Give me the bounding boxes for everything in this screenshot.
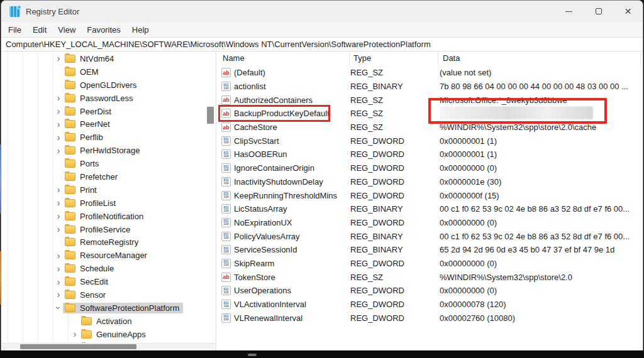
registry-value-row-vlactivationinterval[interactable]: 011 110VLActivationIntervalREG_DWORD0x00… — [216, 298, 643, 312]
tree-item-print[interactable]: ›Print — [1, 183, 207, 197]
tree-horizontal-scrollbar[interactable] — [1, 343, 216, 350]
chevron-right-icon[interactable]: › — [54, 278, 63, 286]
tree-item-content[interactable]: PasswordLess — [63, 93, 137, 104]
tree-item-peernet[interactable]: ›PeerNet — [1, 117, 207, 131]
registry-value-row-skiprearm[interactable]: 011 110SkipRearmREG_DWORD0x00000000 (0) — [216, 257, 643, 271]
tree-item-perhwidstorage[interactable]: ›PerHwIdStorage — [1, 144, 207, 157]
folder-icon — [65, 304, 75, 312]
tree-item-content[interactable]: OEM — [63, 67, 103, 77]
tree-item-content[interactable]: SoftwareProtectionPlatform — [63, 303, 183, 313]
tree-item-content[interactable]: PerHwIdStorage — [63, 145, 143, 156]
tree-item-content[interactable]: Activation — [79, 316, 135, 327]
chevron-right-icon[interactable]: › — [54, 198, 63, 207]
chevron-right-icon[interactable]: › — [54, 146, 63, 155]
tree-item-ntvdm64[interactable]: ›NtVdm64 — [1, 52, 207, 65]
tree-item-profilenotification[interactable]: ›ProfileNotification — [1, 210, 207, 223]
registry-value-row-noexpirationux[interactable]: 011 110NoExpirationUXREG_DWORD0x00000000… — [216, 216, 643, 230]
close-button[interactable]: ✕ — [613, 1, 643, 22]
chevron-right-icon[interactable]: › — [54, 107, 63, 116]
tree-item-content[interactable]: PeerDist — [63, 106, 115, 117]
chevron-right-icon[interactable]: › — [70, 330, 79, 339]
registry-value-row-clipsvcstart[interactable]: 011 110ClipSvcStartREG_DWORD0x00000001 (… — [216, 134, 643, 148]
registry-value-row-useroperations[interactable]: 011 110UserOperationsREG_DWORD0x00000000… — [216, 284, 643, 298]
registry-value-row-authorizedcontainers[interactable]: abAuthorizedContainersREG_SZMicrosoft.Of… — [216, 93, 643, 107]
registry-value-row-cachestore[interactable]: abCacheStoreREG_SZ%WINDIR%\System32\spp\… — [216, 121, 643, 134]
tree-item-content[interactable]: RemoteRegistry — [63, 237, 142, 247]
registry-value-row-servicesessionid[interactable]: 011 110ServiceSessionIdREG_BINARY65 2d 9… — [216, 243, 643, 257]
tree-item-schedule[interactable]: ›Schedule — [1, 262, 207, 275]
column-header-data[interactable]: Data — [443, 53, 460, 63]
chevron-down-icon[interactable]: › — [54, 303, 63, 312]
registry-value-row-vlrenewalinterval[interactable]: 011 110VLRenewalIntervalREG_DWORD0x00002… — [216, 311, 643, 325]
registry-value-row-ignorecontainerorigin[interactable]: 011 110IgnoreContainerOriginREG_DWORD0x0… — [216, 161, 643, 175]
chevron-right-icon[interactable]: › — [54, 54, 63, 63]
tree-item-softwareprotectionplatform[interactable]: ›SoftwareProtectionPlatform — [1, 301, 207, 315]
value-type: REG_SZ — [350, 109, 440, 118]
menu-view[interactable]: View — [52, 25, 81, 35]
tree-vertical-scrollbar-thumb[interactable] — [207, 107, 214, 124]
column-separator[interactable] — [349, 53, 350, 65]
registry-value-row--default-[interactable]: ab(Default)REG_SZ(value not set) — [216, 66, 643, 80]
tree-item-oem[interactable]: OEM — [1, 65, 207, 79]
tree-horizontal-scrollbar-thumb[interactable] — [20, 344, 136, 349]
chevron-right-icon[interactable]: › — [54, 251, 63, 260]
column-header-name[interactable]: Name — [223, 53, 245, 63]
chevron-right-icon[interactable]: › — [54, 133, 63, 142]
menu-edit[interactable]: Edit — [27, 25, 52, 35]
column-separator[interactable] — [640, 53, 641, 65]
tree-item-remoteregistry[interactable]: RemoteRegistry — [1, 236, 207, 249]
tree-item-secedit[interactable]: ›SecEdit — [1, 275, 207, 288]
tree-item-content[interactable]: NtVdm64 — [63, 53, 118, 64]
menu-file[interactable]: File — [1, 25, 27, 35]
tree-item-content[interactable]: Print — [63, 185, 101, 195]
registry-value-row-hasooberun[interactable]: 011 110HasOOBERunREG_DWORD0x00000001 (1) — [216, 148, 643, 161]
tree-item-passwordless[interactable]: ›PasswordLess — [1, 92, 207, 105]
tree-item-content[interactable]: Ports — [63, 158, 103, 169]
tree-item-content[interactable]: ProfileService — [63, 224, 134, 235]
tree-item-content[interactable]: PeerNet — [63, 119, 114, 129]
registry-value-row-tokenstore[interactable]: abTokenStoreREG_SZ%WINDIR%\System32\spp\… — [216, 270, 643, 284]
tree-item-peerdist[interactable]: ›PeerDist — [1, 105, 207, 118]
menu-help[interactable]: Help — [126, 25, 155, 35]
chevron-right-icon[interactable]: › — [54, 120, 63, 129]
chevron-right-icon[interactable]: › — [54, 225, 63, 234]
registry-value-row-backupproductkeydefault[interactable]: abBackupProductKeyDefaultREG_SZ — [216, 107, 643, 121]
tree-item-perflib[interactable]: ›Perflib — [1, 131, 207, 144]
tree-item-resourcemanager[interactable]: ›ResourceManager — [1, 249, 207, 262]
tree-item-content[interactable]: OpenGLDrivers — [63, 80, 140, 90]
tree-item-ports[interactable]: Ports — [1, 157, 207, 170]
column-header-type[interactable]: Type — [353, 53, 371, 63]
tree-item-activation[interactable]: Activation — [1, 315, 207, 328]
maximize-button[interactable] — [584, 1, 613, 22]
tree-item-content[interactable]: ResourceManager — [63, 250, 151, 261]
tree-item-sensor[interactable]: ›Sensor — [1, 288, 207, 301]
minimize-button[interactable] — [554, 1, 584, 22]
chevron-right-icon[interactable]: › — [54, 94, 63, 102]
tree-item-content[interactable]: Perflib — [63, 132, 107, 143]
tree-item-content[interactable]: Schedule — [63, 263, 118, 274]
tree-item-genuineapps[interactable]: ›GenuineApps — [1, 328, 207, 341]
tree-item-profilelist[interactable]: ›ProfileList — [1, 197, 207, 210]
tree-item-prefetcher[interactable]: Prefetcher — [1, 170, 207, 183]
chevron-right-icon[interactable]: › — [54, 264, 63, 273]
tree-item-profileservice[interactable]: ›ProfileService — [1, 223, 207, 236]
registry-value-row-keeprunningthresholdmins[interactable]: 011 110KeepRunningThresholdMinsREG_DWORD… — [216, 188, 643, 202]
chevron-right-icon[interactable]: › — [54, 290, 63, 299]
registry-value-row-inactivityshutdowndelay[interactable]: 011 110InactivityShutdownDelayREG_DWORD0… — [216, 175, 643, 189]
tree-item-content[interactable]: Prefetcher — [63, 171, 121, 182]
value-name: NoExpirationUX — [234, 218, 350, 227]
column-separator[interactable] — [438, 53, 438, 65]
tree-item-content[interactable]: SecEdit — [63, 276, 112, 287]
tree-item-content[interactable]: ProfileList — [63, 198, 119, 209]
tree-item-content[interactable]: Sensor — [63, 290, 109, 300]
address-bar[interactable]: Computer\HKEY_LOCAL_MACHINE\SOFTWARE\Mic… — [1, 37, 643, 52]
tree-item-opengldrivers[interactable]: OpenGLDrivers — [1, 79, 207, 92]
menu-favorites[interactable]: Favorites — [81, 25, 126, 35]
registry-value-row-licstatusarray[interactable]: 011 110LicStatusArrayREG_BINARY00 c1 f0 … — [216, 202, 643, 216]
chevron-right-icon[interactable]: › — [54, 185, 63, 194]
registry-value-row-policyvaluesarray[interactable]: 011 110PolicyValuesArrayREG_BINARY00 c1 … — [216, 229, 643, 243]
tree-item-content[interactable]: ProfileNotification — [63, 211, 147, 222]
chevron-right-icon[interactable]: › — [54, 212, 63, 220]
registry-value-row-actionlist[interactable]: 011 110actionlistREG_BINARY7b 80 98 66 0… — [216, 80, 643, 94]
tree-item-content[interactable]: GenuineApps — [79, 329, 150, 340]
